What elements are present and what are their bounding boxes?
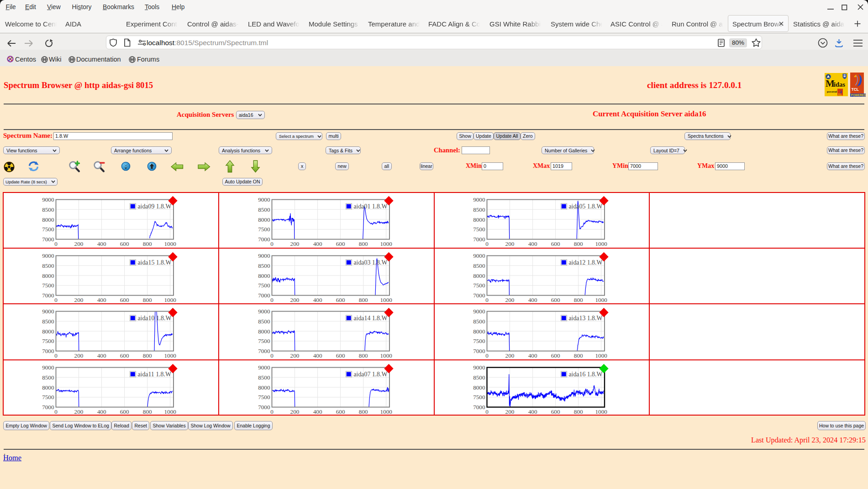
svg-text:7500: 7500: [258, 226, 270, 233]
svg-text:200: 200: [505, 408, 515, 415]
svg-text:800: 800: [574, 408, 583, 415]
svg-text:POWERED: POWERED: [851, 94, 866, 97]
svg-text:200: 200: [74, 240, 84, 247]
svg-text:7500: 7500: [473, 282, 485, 289]
svg-text:9000: 9000: [42, 308, 54, 315]
svg-text:aida15 1.8.W: aida15 1.8.W: [138, 259, 172, 265]
svg-text:9000: 9000: [473, 364, 485, 371]
svg-text:8000: 8000: [473, 216, 485, 223]
svg-text:1000: 1000: [164, 352, 177, 359]
svg-text:600: 600: [551, 352, 560, 359]
svg-text:0: 0: [270, 297, 274, 303]
svg-text:TCL: TCL: [852, 87, 859, 92]
svg-text:200: 200: [505, 297, 515, 303]
svg-text:200: 200: [74, 352, 84, 359]
svg-text:8000: 8000: [473, 328, 485, 335]
svg-text:600: 600: [120, 352, 129, 359]
svg-text:7500: 7500: [473, 338, 485, 344]
svg-text:1000: 1000: [595, 352, 608, 359]
svg-text:0: 0: [485, 297, 489, 303]
svg-text:400: 400: [313, 297, 322, 303]
svg-text:0: 0: [270, 240, 274, 247]
svg-text:8500: 8500: [258, 262, 270, 269]
svg-text:8500: 8500: [42, 262, 54, 269]
svg-text:7500: 7500: [258, 338, 270, 344]
svg-text:400: 400: [313, 352, 322, 359]
svg-text:800: 800: [143, 352, 152, 359]
svg-text:600: 600: [120, 240, 129, 247]
svg-text:7000: 7000: [42, 236, 54, 243]
svg-text:7000: 7000: [258, 292, 270, 299]
svg-text:aida03 1.8.W: aida03 1.8.W: [353, 259, 387, 265]
svg-text:1000: 1000: [164, 297, 177, 303]
svg-text:400: 400: [97, 240, 106, 247]
svg-text:400: 400: [528, 297, 537, 303]
svg-text:8500: 8500: [42, 206, 54, 213]
svg-text:400: 400: [528, 408, 537, 415]
svg-text:8000: 8000: [42, 272, 54, 279]
svg-text:800: 800: [574, 352, 583, 359]
svg-text:600: 600: [336, 352, 345, 359]
svg-text:600: 600: [120, 297, 129, 303]
svg-text:9000: 9000: [42, 364, 54, 371]
svg-text:1000: 1000: [380, 408, 392, 415]
svg-text:aida01 1.8.W: aida01 1.8.W: [353, 203, 387, 210]
svg-text:9000: 9000: [473, 308, 485, 315]
svg-text:8000: 8000: [258, 272, 270, 279]
svg-text:800: 800: [574, 240, 583, 247]
svg-text:1000: 1000: [380, 240, 392, 247]
svg-text:9000: 9000: [258, 364, 270, 371]
svg-text:7000: 7000: [42, 292, 54, 299]
svg-text:8500: 8500: [473, 206, 485, 213]
svg-text:8500: 8500: [42, 374, 54, 380]
svg-text:8000: 8000: [258, 328, 270, 335]
svg-text:1000: 1000: [380, 352, 392, 359]
svg-text:aida14 1.8.W: aida14 1.8.W: [353, 315, 387, 322]
svg-text:600: 600: [551, 408, 560, 415]
svg-text:7000: 7000: [258, 404, 270, 411]
svg-text:9000: 9000: [258, 308, 270, 315]
svg-text:7500: 7500: [42, 394, 54, 401]
svg-text:9000: 9000: [258, 252, 270, 259]
svg-text:aida10 1.8.W: aida10 1.8.W: [138, 315, 172, 322]
svg-text:9000: 9000: [42, 252, 54, 259]
svg-text:8000: 8000: [258, 384, 270, 390]
svg-text:aida13 1.8.W: aida13 1.8.W: [569, 315, 603, 322]
svg-text:200: 200: [505, 352, 515, 359]
svg-text:200: 200: [290, 352, 299, 359]
svg-text:0: 0: [54, 408, 58, 415]
svg-text:200: 200: [290, 297, 299, 303]
svg-text:0: 0: [54, 297, 58, 303]
svg-text:800: 800: [143, 408, 152, 415]
svg-text:0: 0: [270, 352, 274, 359]
svg-text:8500: 8500: [258, 374, 270, 380]
svg-text:7000: 7000: [258, 236, 270, 243]
svg-text:800: 800: [143, 240, 152, 247]
svg-text:1000: 1000: [164, 240, 177, 247]
svg-text:9000: 9000: [473, 196, 485, 203]
svg-text:8500: 8500: [473, 318, 485, 325]
svg-text:7500: 7500: [473, 226, 485, 233]
svg-text:7000: 7000: [473, 236, 485, 243]
svg-text:8500: 8500: [473, 374, 485, 380]
svg-text:200: 200: [74, 297, 84, 303]
svg-text:TCL: TCL: [838, 94, 842, 96]
svg-text:aida05 1.8.W: aida05 1.8.W: [569, 203, 603, 210]
svg-text:800: 800: [358, 408, 368, 415]
svg-text:9000: 9000: [42, 196, 54, 203]
svg-text:400: 400: [313, 240, 322, 247]
svg-text:600: 600: [336, 408, 345, 415]
svg-text:1000: 1000: [164, 408, 177, 415]
svg-text:8500: 8500: [258, 206, 270, 213]
svg-text:0: 0: [485, 408, 489, 415]
svg-text:1000: 1000: [595, 297, 608, 303]
svg-text:200: 200: [290, 408, 299, 415]
svg-text:800: 800: [358, 240, 368, 247]
svg-text:M: M: [826, 78, 835, 89]
svg-text:8500: 8500: [258, 318, 270, 325]
svg-text:7500: 7500: [258, 394, 270, 401]
svg-text:400: 400: [528, 240, 537, 247]
svg-text:7500: 7500: [42, 282, 54, 289]
svg-text:400: 400: [313, 408, 322, 415]
svg-text:800: 800: [358, 352, 368, 359]
